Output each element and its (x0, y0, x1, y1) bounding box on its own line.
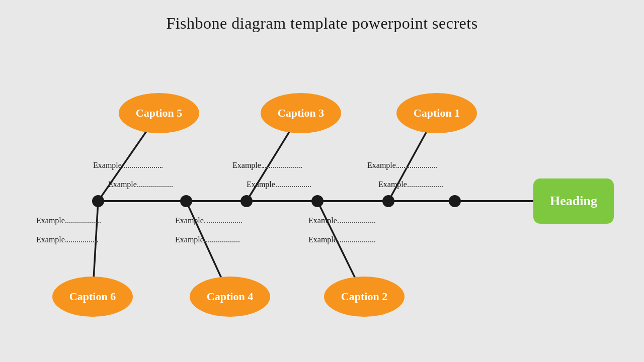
example-label-t5-1: Example (93, 161, 122, 170)
dotline-b2-1 (338, 222, 375, 223)
svg-point-10 (311, 195, 324, 207)
example-label-t1-1: Example (367, 161, 396, 170)
example-label-b4-1: Example (175, 216, 204, 225)
example-label-t3-1: Example (232, 161, 261, 170)
dotline-t1-1 (396, 167, 437, 168)
dotline-t3-1 (262, 167, 302, 168)
caption-4: Caption 4 (190, 277, 270, 317)
heading-box: Heading (533, 178, 614, 224)
page-title: Fishbone diagram template powerpoint sec… (0, 0, 644, 33)
dotline-t1-2 (408, 186, 443, 187)
example-label-b2-2: Example (308, 235, 337, 244)
svg-point-9 (240, 195, 253, 207)
svg-point-12 (449, 195, 461, 207)
example-label-t5-2: Example (108, 180, 137, 189)
caption-5: Caption 5 (119, 93, 199, 133)
dotline-t5-2 (137, 186, 173, 187)
svg-point-8 (180, 195, 192, 207)
caption-6: Caption 6 (52, 277, 133, 317)
dotline-b4-1 (204, 222, 242, 223)
diagram-container: Caption 5 Caption 3 Caption 1 Caption 6 … (0, 45, 644, 357)
caption-2: Caption 2 (324, 277, 405, 317)
dotline-t3-2 (276, 186, 311, 187)
dotline-b2-2 (338, 241, 375, 242)
example-label-b6-1: Example (36, 216, 65, 225)
svg-point-7 (92, 195, 104, 207)
example-label-b6-2: Example (36, 235, 65, 244)
caption-1: Caption 1 (396, 93, 477, 133)
svg-point-11 (382, 195, 394, 207)
example-label-b2-1: Example (308, 216, 337, 225)
dotline-b6-1 (65, 222, 101, 223)
dotline-b4-2 (204, 241, 239, 242)
example-label-t1-2: Example (378, 180, 407, 189)
caption-3: Caption 3 (261, 93, 341, 133)
example-label-b4-2: Example (175, 235, 204, 244)
example-label-t3-2: Example (247, 180, 275, 189)
dotline-t5-1 (122, 167, 163, 168)
dotline-b6-2 (65, 241, 98, 242)
